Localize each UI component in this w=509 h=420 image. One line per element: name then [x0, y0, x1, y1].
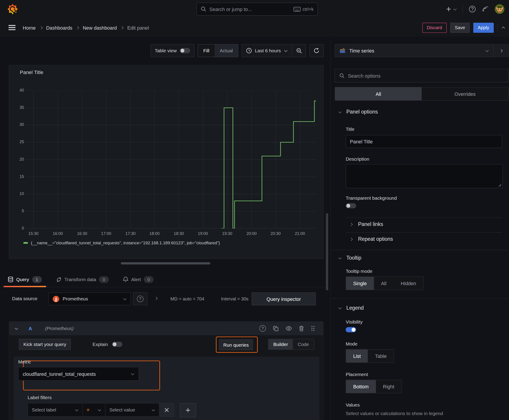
builder-option[interactable]: Builder [268, 339, 293, 349]
global-search-input[interactable]: Search or jump to... ctrl+k [196, 3, 318, 16]
builder-code-switch: Builder Code [268, 339, 314, 350]
fill-option[interactable]: Fill [198, 45, 214, 57]
kick-start-query-button[interactable]: Kick start your query [19, 339, 71, 350]
discard-button[interactable]: Discard [422, 23, 447, 33]
repeat-options-section[interactable]: Repeat options [349, 236, 393, 242]
menu-toggle-icon[interactable] [8, 25, 16, 30]
interval-readout: Interval = 30s [221, 296, 248, 301]
legend-table-option[interactable]: Table [368, 350, 394, 363]
table-view-toggle[interactable] [180, 48, 190, 53]
x-tick-label: 18:30 [174, 231, 184, 236]
tab-overrides[interactable]: Overrides [422, 87, 508, 100]
panel-links-section[interactable]: Panel links [349, 221, 383, 227]
question-icon: ? [137, 296, 144, 302]
explain-toggle[interactable] [112, 342, 122, 347]
tooltip-mode-label: Tooltip mode [346, 269, 372, 274]
description-textarea[interactable] [346, 164, 503, 188]
legend-visibility-toggle[interactable] [346, 327, 356, 332]
close-icon [165, 408, 169, 412]
add-filter-button[interactable] [180, 403, 196, 417]
hide-query-icon[interactable] [286, 326, 292, 331]
transparent-background-toggle[interactable] [346, 203, 356, 208]
x-tick-label: 19:00 [198, 231, 208, 236]
chart-plot[interactable] [26, 91, 317, 229]
operator-dropdown[interactable]: = [83, 403, 106, 417]
panel-options-sidebar: Time series Search options All Overrides… [330, 37, 509, 420]
refresh-button[interactable] [309, 44, 324, 57]
tooltip-hidden-option[interactable]: Hidden [394, 277, 423, 290]
tab-alert[interactable]: Alert 0 [119, 272, 158, 287]
tab-transform-data[interactable]: Transform data 0 [52, 272, 113, 287]
code-option[interactable]: Code [293, 339, 314, 349]
tab-all[interactable]: All [335, 87, 422, 100]
tooltip-all-option[interactable]: All [374, 277, 394, 290]
table-view-control: Table view [151, 44, 195, 57]
label-filters-label: Label filters [28, 395, 52, 400]
query-inspector-button[interactable]: Query inspector [251, 292, 316, 305]
y-tick-label: 30 [20, 122, 24, 127]
x-tick-label: 19:30 [222, 231, 232, 236]
apply-button[interactable]: Apply [473, 23, 494, 33]
x-tick-label: 15:30 [28, 231, 38, 236]
tab-query[interactable]: Query 1 [4, 272, 46, 287]
zoom-out-button[interactable] [292, 45, 306, 57]
expand-row-icon[interactable] [154, 296, 158, 300]
news-icon[interactable] [482, 6, 489, 13]
alert-count-badge: 0 [144, 276, 153, 283]
divider [346, 218, 502, 218]
user-avatar[interactable] [495, 4, 504, 14]
datasource-picker[interactable]: Prometheus [48, 292, 131, 305]
run-queries-highlight: Run queries [216, 337, 258, 353]
collapse-header-icon[interactable] [501, 26, 505, 29]
duplicate-query-icon[interactable] [273, 326, 279, 331]
drag-query-icon[interactable] [311, 326, 315, 331]
help-icon[interactable] [469, 6, 476, 13]
breadcrumb-dashboards[interactable]: Dashboards [46, 25, 72, 30]
grafana-logo-icon[interactable] [7, 4, 18, 15]
resize-grip-icon[interactable] [498, 184, 501, 187]
datasource-help-button[interactable]: ? [133, 292, 147, 305]
placement-right-option[interactable]: Right [376, 380, 401, 393]
pane-resize-handle[interactable] [121, 262, 210, 264]
x-axis-labels: 15:3016:0016:3017:0017:3018:0018:3019:00… [26, 231, 317, 237]
legend-section-header[interactable]: Legend [338, 305, 364, 311]
select-value-dropdown[interactable]: Select value [106, 403, 159, 417]
query-row-header[interactable]: A (Prometheus) ? [9, 322, 323, 335]
actual-option[interactable]: Actual [214, 45, 238, 57]
run-queries-button[interactable]: Run queries [219, 339, 253, 350]
promql-builder-surface: Metric cloudflared_tunnel_total_requests… [14, 357, 319, 420]
x-tick-label: 18:00 [150, 231, 160, 236]
x-tick-label: 17:30 [125, 231, 136, 236]
time-range-picker[interactable]: Last 6 hours [242, 45, 292, 57]
topbar-actions [446, 0, 504, 18]
legend-list-option[interactable]: List [346, 350, 368, 363]
delete-query-icon[interactable] [299, 326, 304, 331]
toggle-viz-picker-button[interactable] [494, 44, 509, 57]
legend-placement-label: Placement [346, 372, 368, 377]
add-new-button[interactable] [446, 7, 457, 12]
options-search-input[interactable]: Search options [335, 69, 509, 82]
breadcrumb-home[interactable]: Home [23, 25, 36, 30]
remove-filter-button[interactable] [159, 403, 174, 417]
datasource-label: Data source [12, 296, 38, 301]
title-label: Title [346, 127, 354, 132]
metric-select[interactable]: cloudflared_tunnel_total_requests [18, 367, 139, 381]
topbar-divider [463, 5, 463, 14]
query-row-actions: ? [259, 322, 315, 335]
label-filter-row: Select label = Select value [28, 403, 196, 417]
tooltip-section-header[interactable]: Tooltip [338, 255, 362, 261]
visualization-picker[interactable]: Time series [335, 44, 494, 57]
tooltip-single-option[interactable]: Single [346, 277, 374, 290]
content-scrollbar[interactable] [326, 213, 328, 290]
panel-options-header[interactable]: Panel options [338, 109, 378, 115]
save-button[interactable]: Save [450, 23, 470, 33]
panel-title-input[interactable] [346, 135, 502, 148]
actions-divider [497, 23, 498, 32]
query-help-icon[interactable]: ? [259, 325, 266, 332]
select-label-dropdown[interactable]: Select label [28, 403, 83, 417]
series-label[interactable]: {__name__="cloudflared_tunnel_total_requ… [31, 240, 220, 246]
collapse-query-icon[interactable] [14, 326, 18, 330]
placement-bottom-option[interactable]: Bottom [346, 380, 376, 393]
breadcrumb-new-dashboard[interactable]: New dashboard [83, 25, 117, 30]
legend-visibility-label: Visibility [346, 319, 363, 324]
